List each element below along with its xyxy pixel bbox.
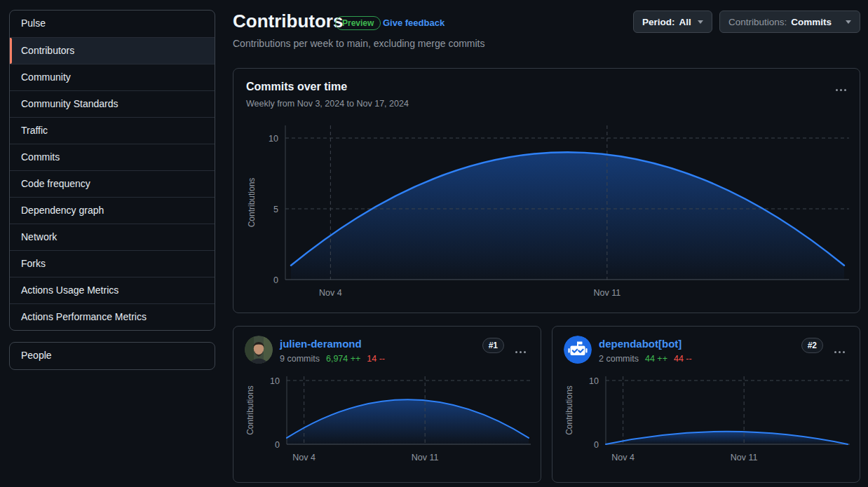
svg-text:10: 10: [269, 134, 278, 144]
svg-text:Nov 11: Nov 11: [594, 288, 621, 298]
chevron-down-icon: [846, 20, 851, 24]
commit-count: 2 commits: [599, 354, 639, 364]
svg-text:Nov 4: Nov 4: [611, 453, 635, 462]
sidebar-item-label: Contributors: [21, 45, 74, 56]
card-subtitle: Weekly from Nov 3, 2024 to Nov 17, 2024: [246, 99, 409, 109]
svg-text:5: 5: [273, 205, 278, 214]
contributions-filter-label: Contributions:: [728, 17, 787, 27]
sidebar-item-forks[interactable]: Forks: [10, 250, 215, 277]
commits-over-time-chart: 0510Nov 4Nov 11Contributions: [233, 111, 861, 314]
contributor-chart: 010Nov 4Nov 11Contributions: [552, 372, 861, 477]
svg-text:Nov 4: Nov 4: [292, 453, 316, 462]
contributor-stats: 2 commits 44 ++ 44 --: [599, 354, 692, 364]
people-nav-box: People: [9, 342, 215, 370]
page-title: Contributors: [233, 11, 343, 32]
selected-accent-bar: [10, 38, 12, 64]
deletions-count: 14 --: [367, 354, 385, 364]
contributor-chart: 010Nov 4Nov 11Contributions: [233, 372, 542, 477]
sidebar-item-code-frequency[interactable]: Code frequency: [10, 170, 215, 197]
period-filter-label: Period:: [642, 17, 675, 27]
contributor-name-link[interactable]: dependabot[bot]: [599, 338, 681, 350]
contributions-filter-value: Commits: [791, 17, 832, 27]
preview-badge: Preview: [335, 16, 381, 30]
period-filter-button[interactable]: Period: All: [633, 11, 712, 33]
sidebar-item-dependency-graph[interactable]: Dependency graph: [10, 197, 215, 224]
page-subtitle: Contributions per week to main, excludin…: [233, 38, 485, 49]
sidebar-item-actions-performance-metrics[interactable]: Actions Performance Metrics: [10, 303, 215, 330]
additions-count: 6,974 ++: [326, 354, 360, 364]
svg-text:Nov 11: Nov 11: [412, 453, 439, 462]
sidebar-item-community[interactable]: Community: [10, 64, 215, 90]
deletions-count: 44 --: [674, 354, 692, 364]
contributor-stats: 9 commits 6,974 ++ 14 --: [280, 354, 385, 364]
dependabot-avatar: [564, 336, 592, 364]
contributor-name-link[interactable]: julien-deramond: [280, 338, 362, 350]
contributions-filter-button[interactable]: Contributions: Commits: [719, 11, 860, 33]
additions-count: 44 ++: [645, 354, 667, 364]
svg-text:Contributions: Contributions: [245, 385, 255, 435]
give-feedback-link[interactable]: Give feedback: [383, 18, 445, 28]
card-title: Commits over time: [246, 81, 347, 93]
sidebar-item-network[interactable]: Network: [10, 224, 215, 250]
contributor-card-julien-deramond: julien-deramond 9 commits 6,974 ++ 14 --…: [233, 326, 541, 483]
commits-over-time-card: Commits over time Weekly from Nov 3, 202…: [233, 68, 860, 313]
period-filter-value: All: [679, 17, 691, 27]
commit-count: 9 commits: [280, 354, 320, 364]
svg-text:Nov 11: Nov 11: [731, 453, 758, 462]
sidebar-item-actions-usage-metrics[interactable]: Actions Usage Metrics: [10, 277, 215, 303]
rank-badge: #1: [482, 338, 504, 353]
sidebar-item-commits[interactable]: Commits: [10, 144, 215, 170]
svg-text:10: 10: [270, 376, 280, 386]
rank-badge: #2: [801, 338, 823, 353]
sidebar-item-contributors[interactable]: Contributors: [10, 37, 215, 64]
contributor-card-dependabot: dependabot[bot] 2 commits 44 ++ 44 -- #2…: [552, 326, 860, 483]
kebab-menu-icon[interactable]: [830, 81, 851, 98]
sidebar-item-traffic[interactable]: Traffic: [10, 117, 215, 144]
svg-text:Contributions: Contributions: [564, 385, 574, 435]
svg-text:0: 0: [275, 440, 280, 450]
chevron-down-icon: [698, 20, 703, 24]
avatar[interactable]: [245, 336, 273, 364]
julien-deramond-avatar: [245, 336, 273, 364]
insights-nav-box: Pulse Contributors Community Community S…: [9, 10, 215, 331]
sidebar-item-pulse[interactable]: Pulse: [10, 11, 215, 37]
svg-text:0: 0: [594, 440, 599, 450]
kebab-menu-icon[interactable]: [829, 343, 850, 360]
avatar[interactable]: [564, 336, 592, 364]
sidebar-item-people[interactable]: People: [10, 343, 215, 369]
svg-text:0: 0: [273, 275, 278, 285]
svg-text:10: 10: [589, 376, 599, 386]
svg-text:Nov 4: Nov 4: [319, 288, 342, 298]
sidebar-item-community-standards[interactable]: Community Standards: [10, 90, 215, 117]
kebab-menu-icon[interactable]: [510, 343, 531, 360]
svg-text:Contributions: Contributions: [247, 178, 257, 228]
